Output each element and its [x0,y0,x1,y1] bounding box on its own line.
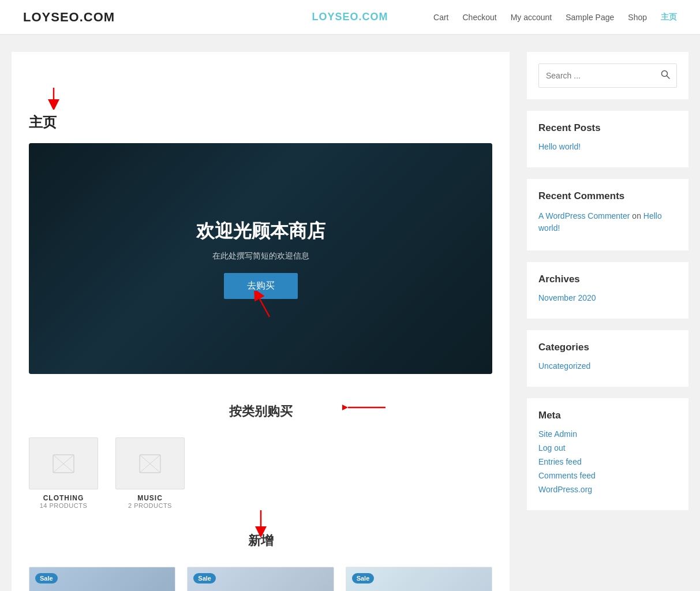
sidebar: Recent Posts Hello world! Recent Comment… [527,52,688,591]
page-title: 主页 [29,113,492,132]
commenter-link[interactable]: A WordPress Commenter [538,211,630,220]
site-header: LOYSEO.COM LOYSEO.COM Cart Checkout My a… [0,0,700,35]
hero-title: 欢迎光顾本商店 [196,219,325,244]
category-link-1[interactable]: Uncategorized [538,361,677,371]
arrow-title-icon [45,87,492,112]
meta-site-admin[interactable]: Site Admin [538,429,677,439]
meta-wordpress-org[interactable]: WordPress.org [538,485,677,494]
header-center-logo: LOYSEO.COM [312,11,388,23]
archives-widget: Archives November 2020 [527,262,688,319]
category-music[interactable]: MUSIC 2 PRODUCTS [115,437,185,509]
category-clothing-count: 14 PRODUCTS [29,502,98,509]
svg-line-17 [667,76,670,79]
hero-banner: 欢迎光顾本商店 在此处撰写简短的欢迎信息 去购买 [29,143,492,374]
category-music-count: 2 PRODUCTS [115,502,185,509]
recent-comments-title: Recent Comments [538,190,677,202]
nav-cart[interactable]: Cart [433,13,448,22]
products-row: Sale Sale Sale [29,567,492,591]
nav-home-zh[interactable]: 主页 [661,12,677,23]
recent-posts-title: Recent Posts [538,122,677,134]
product-card-img-3: Sale [346,567,492,591]
sale-badge-3: Sale [352,573,375,583]
search-button[interactable] [654,64,677,87]
arrow-btn-icon [252,291,281,322]
category-clothing-thumb [29,437,98,489]
recent-comment-1: A WordPress Commenter on Hello world! [538,210,677,234]
nav-sample-page[interactable]: Sample Page [566,13,614,22]
arrow-new-icon [249,509,272,540]
product-card-1[interactable]: Sale [29,567,175,591]
archives-title: Archives [538,274,677,285]
comment-on-text: on [632,211,641,220]
search-form [538,63,677,88]
search-input[interactable] [539,65,654,86]
categories-title: Categories [538,342,677,353]
search-icon [661,70,670,79]
product-card-img-2: Sale [188,567,333,591]
category-clothing[interactable]: CLOTHING 14 PRODUCTS [29,437,98,509]
nav-my-account[interactable]: My account [511,13,552,22]
hero-subtitle: 在此处撰写简短的欢迎信息 [196,251,325,261]
page-wrapper: 主页 欢迎光顾本商店 在此处撰写简短的欢迎信息 去购买 [0,35,700,591]
category-music-thumb [115,437,185,489]
new-section-wrapper: 新增 [29,526,492,555]
recent-posts-widget: Recent Posts Hello world! [527,111,688,167]
nav-checkout[interactable]: Checkout [462,13,496,22]
search-widget [527,52,688,99]
product-card-2[interactable]: Sale [187,567,334,591]
svg-line-5 [257,294,269,317]
site-logo: LOYSEO.COM [23,10,115,25]
browse-section-title-wrapper: 按类别购买 [29,391,492,426]
categories-widget: Categories Uncategorized [527,330,688,387]
category-clothing-name: CLOTHING [29,494,98,502]
hero-btn-wrapper: 去购买 [224,273,298,299]
main-content: 主页 欢迎光顾本商店 在此处撰写简短的欢迎信息 去购买 [12,52,510,591]
recent-comments-widget: Recent Comments A WordPress Commenter on… [527,179,688,250]
hero-text: 欢迎光顾本商店 在此处撰写简短的欢迎信息 去购买 [196,219,325,299]
browse-section-title: 按类别购买 [229,404,293,418]
page-title-wrapper: 主页 [29,69,492,132]
meta-title: Meta [538,410,677,421]
sale-badge-2: Sale [193,573,216,583]
nav-shop[interactable]: Shop [628,13,647,22]
site-nav: Cart Checkout My account Sample Page Sho… [433,12,677,23]
product-card-img-1: Sale [29,567,175,591]
archive-1[interactable]: November 2020 [538,293,677,302]
meta-comments-feed[interactable]: Comments feed [538,471,677,480]
recent-post-1[interactable]: Hello world! [538,142,677,151]
product-card-3[interactable]: Sale [346,567,492,591]
meta-entries-feed[interactable]: Entries feed [538,457,677,466]
sale-badge-1: Sale [35,573,58,583]
category-music-name: MUSIC [115,494,185,502]
meta-widget: Meta Site Admin Log out Entries feed Com… [527,398,688,510]
meta-log-out[interactable]: Log out [538,443,677,452]
arrow-browse-icon [342,399,388,418]
